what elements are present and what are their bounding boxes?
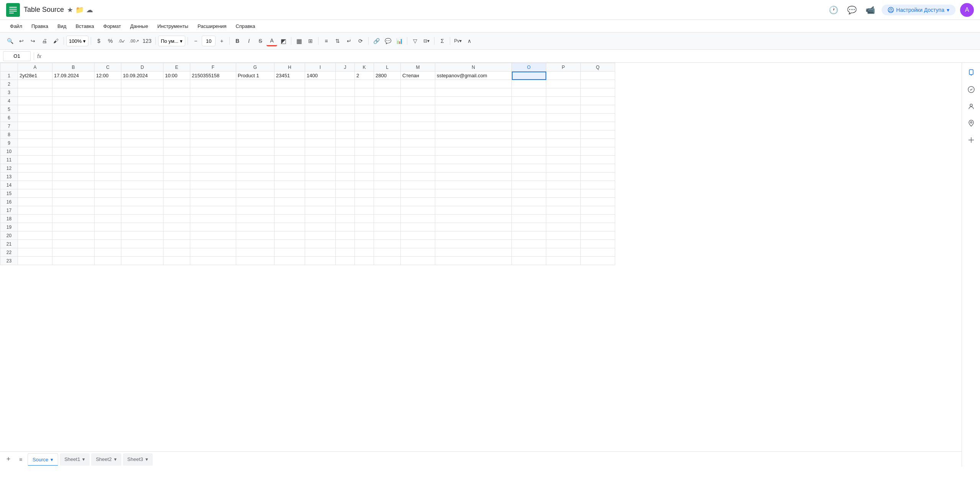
cell-N18[interactable] <box>435 215 512 223</box>
cell-P10[interactable] <box>546 147 581 156</box>
col-header-Q[interactable]: Q <box>581 63 615 72</box>
row-header-12[interactable]: 12 <box>0 164 18 173</box>
cell-B5[interactable] <box>52 105 95 114</box>
menu-tools[interactable]: Инструменты <box>154 22 192 31</box>
cell-N20[interactable] <box>435 231 512 240</box>
menu-format[interactable]: Формат <box>100 22 125 31</box>
cell-B9[interactable] <box>52 139 95 147</box>
cell-P17[interactable] <box>546 206 581 215</box>
cell-B17[interactable] <box>52 206 95 215</box>
cell-F21[interactable] <box>190 240 236 248</box>
cell-H9[interactable] <box>274 139 305 147</box>
row-header-17[interactable]: 17 <box>0 206 18 215</box>
cell-G8[interactable] <box>236 130 274 139</box>
cell-I7[interactable] <box>305 122 336 130</box>
more-btn[interactable]: Рv▾ <box>452 36 463 46</box>
cell-A1[interactable]: 2yt28e1 <box>18 72 52 80</box>
format-number-btn[interactable]: 123 <box>141 36 153 46</box>
cell-L14[interactable] <box>374 181 401 189</box>
cell-H22[interactable] <box>274 248 305 257</box>
cell-H15[interactable] <box>274 189 305 198</box>
cell-N11[interactable] <box>435 156 512 164</box>
cell-J9[interactable] <box>336 139 355 147</box>
cell-D4[interactable] <box>121 97 163 105</box>
cell-J17[interactable] <box>336 206 355 215</box>
col-header-E[interactable]: E <box>163 63 190 72</box>
cell-A21[interactable] <box>18 240 52 248</box>
cell-C10[interactable] <box>95 147 121 156</box>
cell-P19[interactable] <box>546 223 581 231</box>
tab-sheet1[interactable]: Sheet1 ▾ <box>60 453 90 466</box>
cell-A9[interactable] <box>18 139 52 147</box>
cell-G6[interactable] <box>236 114 274 122</box>
cell-G13[interactable] <box>236 173 274 181</box>
row-header-4[interactable]: 4 <box>0 97 18 105</box>
tab-sheet1-dropdown[interactable]: ▾ <box>82 456 85 462</box>
cell-E20[interactable] <box>163 231 190 240</box>
cell-F7[interactable] <box>190 122 236 130</box>
col-header-I[interactable]: I <box>305 63 336 72</box>
cell-G4[interactable] <box>236 97 274 105</box>
percent-btn[interactable]: % <box>105 36 116 46</box>
cell-M11[interactable] <box>401 156 435 164</box>
cell-B10[interactable] <box>52 147 95 156</box>
cell-M1[interactable]: Степан <box>401 72 435 80</box>
cell-N17[interactable] <box>435 206 512 215</box>
cell-L10[interactable] <box>374 147 401 156</box>
cell-P8[interactable] <box>546 130 581 139</box>
cloud-icon[interactable]: ☁ <box>86 6 93 14</box>
cell-Q22[interactable] <box>581 248 615 257</box>
row-header-21[interactable]: 21 <box>0 240 18 248</box>
cell-N5[interactable] <box>435 105 512 114</box>
row-header-11[interactable]: 11 <box>0 156 18 164</box>
cell-P21[interactable] <box>546 240 581 248</box>
cell-O3[interactable] <box>512 88 546 97</box>
cell-C21[interactable] <box>95 240 121 248</box>
cell-Q9[interactable] <box>581 139 615 147</box>
cell-P13[interactable] <box>546 173 581 181</box>
cell-O22[interactable] <box>512 248 546 257</box>
cell-C6[interactable] <box>95 114 121 122</box>
cell-D8[interactable] <box>121 130 163 139</box>
cell-O12[interactable] <box>512 164 546 173</box>
col-header-K[interactable]: K <box>355 63 374 72</box>
cell-I15[interactable] <box>305 189 336 198</box>
cell-M18[interactable] <box>401 215 435 223</box>
cell-Q14[interactable] <box>581 181 615 189</box>
cell-P23[interactable] <box>546 257 581 265</box>
cell-G16[interactable] <box>236 198 274 206</box>
cell-M4[interactable] <box>401 97 435 105</box>
menu-insert[interactable]: Вставка <box>72 22 98 31</box>
cell-Q13[interactable] <box>581 173 615 181</box>
cell-O8[interactable] <box>512 130 546 139</box>
col-header-A[interactable]: A <box>18 63 52 72</box>
cell-L21[interactable] <box>374 240 401 248</box>
cell-G22[interactable] <box>236 248 274 257</box>
row-header-20[interactable]: 20 <box>0 231 18 240</box>
filter-views-btn[interactable]: ⊟▾ <box>421 36 432 46</box>
cell-H5[interactable] <box>274 105 305 114</box>
cell-Q17[interactable] <box>581 206 615 215</box>
col-header-P[interactable]: P <box>546 63 581 72</box>
cell-E18[interactable] <box>163 215 190 223</box>
cell-K20[interactable] <box>355 231 374 240</box>
font-size-value[interactable]: 10 <box>202 36 216 46</box>
text-color-btn[interactable]: A <box>266 36 277 46</box>
cell-M7[interactable] <box>401 122 435 130</box>
row-header-9[interactable]: 9 <box>0 139 18 147</box>
font-select[interactable]: По ум... ▾ <box>158 36 185 46</box>
cell-M5[interactable] <box>401 105 435 114</box>
cell-C20[interactable] <box>95 231 121 240</box>
cell-L6[interactable] <box>374 114 401 122</box>
cell-H23[interactable] <box>274 257 305 265</box>
contacts-icon[interactable] <box>964 99 978 113</box>
row-header-19[interactable]: 19 <box>0 223 18 231</box>
row-header-13[interactable]: 13 <box>0 173 18 181</box>
cell-P4[interactable] <box>546 97 581 105</box>
cell-M3[interactable] <box>401 88 435 97</box>
cell-O16[interactable] <box>512 198 546 206</box>
cell-F1[interactable]: 2150355158 <box>190 72 236 80</box>
cell-C5[interactable] <box>95 105 121 114</box>
user-avatar[interactable]: A <box>960 3 974 17</box>
cell-P7[interactable] <box>546 122 581 130</box>
